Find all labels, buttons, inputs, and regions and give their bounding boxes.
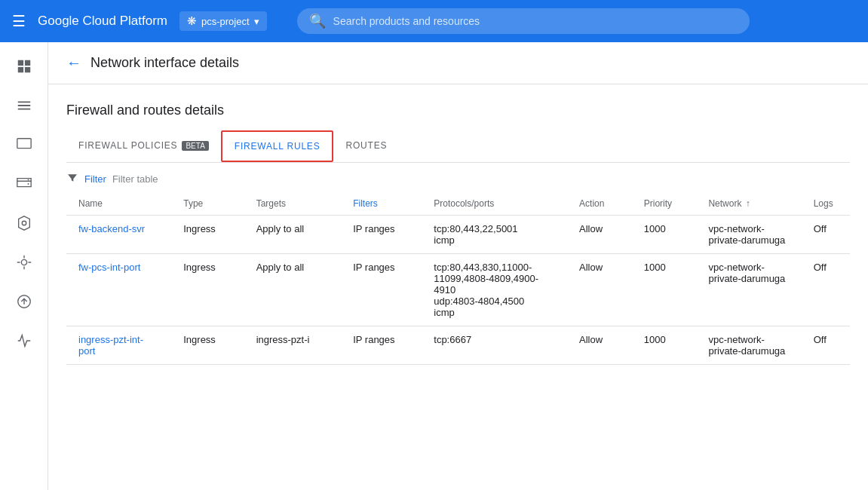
cell-name[interactable]: fw-backend-svr [66,216,171,254]
col-header-type: Type [171,192,244,216]
cell-targets: Apply to all [244,254,342,326]
menu-icon[interactable]: ☰ [12,12,26,30]
main-content: ← Network interface details Firewall and… [48,42,868,490]
sidebar-item-storage[interactable] [6,166,42,202]
tabs-container: FIREWALL POLICIES BETA FIREWALL RULES RO… [66,130,850,163]
project-name: pcs-project [201,16,250,27]
dropdown-arrow-icon: ▾ [254,16,259,27]
filter-label[interactable]: Filter [84,173,106,185]
sidebar [0,42,48,490]
table-row: fw-backend-svrIngressApply to allIP rang… [66,216,850,254]
cell-action: Allow [567,326,632,365]
cell-targets: ingress-pzt-i [244,326,342,365]
section-title: Firewall and routes details [66,103,850,118]
cell-name[interactable]: fw-pcs-int-port [66,254,171,326]
sidebar-item-monitoring[interactable] [6,323,42,359]
cell-targets: Apply to all [244,216,342,254]
cell-protocols: tcp:80,443,22,5001 icmp [422,216,567,254]
cell-logs: Off [802,326,850,365]
sidebar-item-dashboard[interactable] [6,48,42,84]
tab-firewall-policies[interactable]: FIREWALL POLICIES BETA [66,131,221,161]
sidebar-item-compute[interactable] [6,127,42,163]
back-button[interactable]: ← [66,54,81,72]
svg-rect-2 [17,67,23,72]
col-header-network[interactable]: Network ↑ [696,192,801,216]
tab-routes[interactable]: ROUTES [333,131,399,161]
logo-text: Google Cloud Platform [38,14,167,29]
cell-type: Ingress [171,216,244,254]
cell-network: vpc-network-private-darumuga [696,216,801,254]
cell-priority: 1000 [632,254,697,326]
svg-point-7 [22,221,26,225]
cell-priority: 1000 [632,326,697,365]
table-row: fw-pcs-int-portIngressApply to allIP ran… [66,254,850,326]
sidebar-item-marketplace[interactable] [6,87,42,124]
filter-icon [66,172,78,186]
svg-rect-3 [24,67,29,72]
page-header: ← Network interface details [48,42,868,84]
cell-type: Ingress [171,326,244,365]
cell-logs: Off [802,216,850,254]
project-icon: ❋ [187,14,197,28]
table-row: ingress-pzt-int-portIngressingress-pzt-i… [66,326,850,365]
col-header-action: Action [567,192,632,216]
sidebar-item-tools[interactable] [6,244,42,280]
tab-firewall-policies-label: FIREWALL POLICIES [78,140,177,151]
svg-rect-4 [17,139,30,149]
top-nav: ☰ Google Cloud Platform ❋ pcs-project ▾ … [0,0,868,42]
tab-routes-label: ROUTES [345,140,387,151]
col-header-name: Name [66,192,171,216]
cell-network: vpc-network-private-darumuga [696,254,801,326]
filter-placeholder[interactable]: Filter table [112,173,158,185]
tab-firewall-rules-label: FIREWALL RULES [235,141,321,152]
col-header-logs: Logs [802,192,850,216]
cell-logs: Off [802,254,850,326]
sidebar-item-deploy[interactable] [6,283,42,320]
filter-row: Filter Filter table [66,163,850,192]
cell-filters: IP ranges [341,254,422,326]
sidebar-item-networking[interactable] [6,205,42,241]
col-header-priority: Priority [632,192,697,216]
table-header-row: Name Type Targets Filters Protocols/port… [66,192,850,216]
table-wrap: Name Type Targets Filters Protocols/port… [66,192,850,365]
search-icon: 🔍 [309,13,326,29]
cell-filters: IP ranges [341,216,422,254]
firewall-section: Firewall and routes details FIREWALL POL… [48,84,868,365]
cell-action: Allow [567,216,632,254]
cell-network: vpc-network-private-darumuga [696,326,801,365]
svg-rect-0 [17,60,23,66]
svg-point-6 [27,183,29,185]
beta-badge: BETA [182,141,208,151]
svg-rect-1 [24,60,29,66]
main-layout: ← Network interface details Firewall and… [0,42,868,490]
cell-protocols: tcp:80,443,830,11000-11099,4808-4809,490… [422,254,567,326]
col-header-protocols: Protocols/ports [422,192,567,216]
cell-protocols: tcp:6667 [422,326,567,365]
col-header-targets: Targets [244,192,342,216]
col-header-filters: Filters [341,192,422,216]
cell-action: Allow [567,254,632,326]
sort-arrow-icon: ↑ [746,198,750,209]
search-input[interactable] [333,15,738,27]
cell-name[interactable]: ingress-pzt-int-port [66,326,171,365]
svg-point-8 [21,259,26,265]
svg-point-5 [27,179,29,181]
cell-type: Ingress [171,254,244,326]
cell-filters: IP ranges [341,326,422,365]
cell-priority: 1000 [632,216,697,254]
project-selector[interactable]: ❋ pcs-project ▾ [179,11,267,31]
page-title: Network interface details [90,55,239,71]
tab-firewall-rules[interactable]: FIREWALL RULES [221,130,334,162]
search-bar[interactable]: 🔍 [297,8,750,34]
firewall-rules-table: Name Type Targets Filters Protocols/port… [66,192,850,365]
